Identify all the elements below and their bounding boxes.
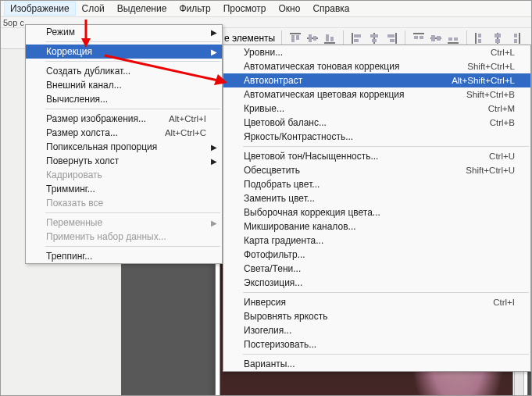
svg-rect-8 [330,37,334,41]
menu-canvas-size[interactable]: Размер холста...Alt+Ctrl+C [26,126,222,140]
menu-duplicate[interactable]: Создать дубликат... [26,64,222,78]
menu-layer[interactable]: Слой [76,2,111,16]
svg-rect-20 [420,36,423,39]
align-left-icon[interactable] [350,31,364,45]
toolbar-separator [281,30,282,46]
svg-rect-17 [390,39,395,42]
menu-brightness-contrast[interactable]: Яркость/Контрастность... [223,130,530,144]
align-bottom-icon[interactable] [323,31,337,45]
menu-shadows-highlights[interactable]: Света/Тени... [223,262,530,276]
align-hcenter-icon[interactable] [367,31,381,45]
menubar: Изображение Слой Выделение Фильтр Просмо… [1,1,531,16]
menu-separator [243,292,529,293]
menu-filter[interactable]: Фильтр [173,2,216,16]
svg-rect-5 [313,36,316,41]
menu-auto-color[interactable]: Автоматическая цветовая коррекцияShift+C… [223,87,530,102]
menu-selection[interactable]: Выделение [111,2,173,16]
menu-apply-image[interactable]: Внешний канал... [26,78,222,92]
submenu-arrow-icon: ▶ [211,157,217,166]
menu-help[interactable]: Справка [306,2,355,16]
svg-rect-9 [352,33,353,44]
menu-auto-tone[interactable]: Автоматическая тоновая коррекцияShift+Ct… [223,59,530,73]
menu-selective-color[interactable]: Выборочная коррекция цвета... [223,205,530,219]
svg-rect-14 [372,39,377,42]
menu-equalize[interactable]: Выровнять яркость [223,309,530,323]
svg-rect-0 [290,33,301,34]
menu-mode[interactable]: Режим▶ [26,25,222,39]
submenu-arrow-icon: ▶ [211,143,217,152]
menu-calculations[interactable]: Вычисления... [26,92,222,106]
menu-channel-mixer[interactable]: Микширование каналов... [223,219,530,234]
distribute-hcenter-icon[interactable] [491,31,505,45]
toolbar-separator [405,30,405,46]
menu-color-balance[interactable]: Цветовой баланс...Ctrl+B [223,116,530,130]
toolbar-separator [343,30,344,46]
svg-rect-32 [495,39,500,43]
svg-rect-18 [413,33,424,34]
options-strip-fragment: 5ор с [3,18,24,27]
svg-rect-1 [291,35,295,42]
align-vcenter-icon[interactable] [305,31,320,45]
distribute-right-icon[interactable] [508,31,522,45]
menu-trap[interactable]: Треппинг... [26,249,222,263]
menu-gradient-map[interactable]: Карта градиента... [223,234,530,248]
svg-rect-29 [478,39,481,43]
svg-rect-23 [437,36,441,41]
menu-invert[interactable]: ИнверсияCtrl+I [223,295,530,309]
menu-separator [45,61,220,62]
menu-threshold[interactable]: Изогелия... [223,323,530,337]
menu-pixel-aspect[interactable]: Попиксельная пропорция▶ [26,140,222,154]
menu-exposure[interactable]: Экспозиция... [223,276,530,290]
svg-rect-19 [414,36,418,39]
svg-rect-11 [354,39,359,42]
submenu-arrow-icon: ▶ [211,219,217,227]
toolbar-separator [466,30,467,46]
menu-separator [45,109,220,109]
menu-replace-color[interactable]: Заменить цвет... [223,191,530,205]
svg-rect-33 [519,33,520,44]
menu-correction[interactable]: Коррекция▶ [26,45,222,59]
menu-crop: Кадрировать [26,168,222,182]
distribute-vcenter-icon[interactable] [429,31,443,45]
menu-window[interactable]: Окно [273,2,307,16]
menu-view[interactable]: Просмотр [217,2,273,16]
svg-rect-10 [354,34,361,37]
distribute-left-icon[interactable] [473,31,487,45]
menu-match-color[interactable]: Подобрать цвет... [223,177,530,191]
menu-separator [243,146,529,147]
svg-rect-28 [478,34,481,37]
menu-hue-saturation[interactable]: Цветовой тон/Насыщенность...Ctrl+U [223,149,530,163]
svg-rect-6 [324,42,335,44]
adjustments-submenu: Уровни...Ctrl+L Автоматическая тоновая к… [223,45,531,372]
menu-levels[interactable]: Уровни...Ctrl+L [223,45,530,59]
options-bar-text: е элементы [224,33,275,44]
image-menu: Режим▶ Коррекция▶ Создать дубликат... Вн… [25,24,223,264]
svg-rect-7 [326,34,329,41]
menu-rotate-canvas[interactable]: Повернуть холст▶ [26,154,222,168]
svg-rect-24 [448,42,459,44]
menu-trim[interactable]: Тримминг... [26,182,222,196]
svg-rect-26 [454,37,458,41]
distribute-top-icon[interactable] [412,31,426,45]
svg-rect-35 [514,39,517,43]
align-right-icon[interactable] [384,31,398,45]
menu-separator [243,354,529,355]
svg-rect-16 [387,34,395,37]
svg-rect-22 [431,35,435,41]
distribute-bottom-icon[interactable] [446,31,460,45]
submenu-arrow-icon: ▶ [211,48,217,56]
svg-rect-15 [395,33,397,44]
menu-variations[interactable]: Варианты... [223,357,530,371]
menu-curves[interactable]: Кривые...Ctrl+M [223,102,530,116]
svg-rect-31 [495,34,501,37]
menu-auto-contrast[interactable]: АвтоконтрастAlt+Shift+Ctrl+L [223,73,530,87]
menu-photo-filter[interactable]: Фотофильтр... [223,248,530,262]
menu-desaturate[interactable]: ОбесцветитьShift+Ctrl+U [223,163,530,177]
menu-reveal-all: Показать все [26,196,222,210]
menu-image-size[interactable]: Размер изображения...Alt+Ctrl+I [26,112,222,126]
svg-rect-4 [309,34,312,42]
align-top-icon[interactable] [288,31,302,45]
menu-posterize[interactable]: Постеризовать... [223,337,530,351]
menu-separator [45,212,220,213]
menu-image[interactable]: Изображение [4,2,76,16]
